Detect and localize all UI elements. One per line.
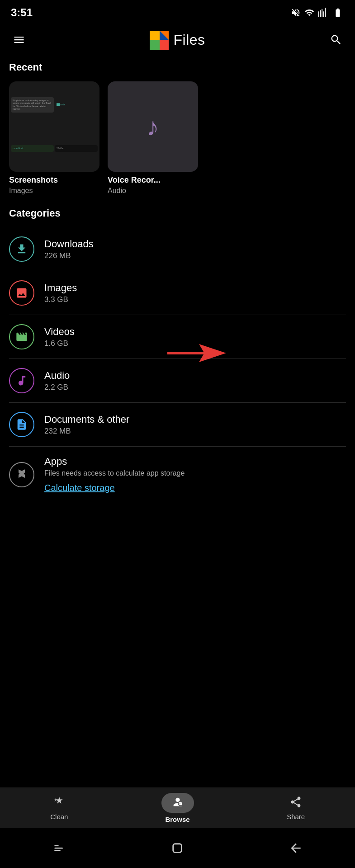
nav-item-share[interactable]: Share <box>237 796 355 821</box>
home-button[interactable] <box>166 836 189 860</box>
svg-marker-7 <box>167 344 226 362</box>
screenshot-mini-4: 27-Mar <box>55 145 98 152</box>
video-icon <box>15 330 28 343</box>
document-icon <box>15 418 28 431</box>
svg-rect-9 <box>54 845 58 846</box>
apps-icon <box>15 468 28 481</box>
status-time: 3:51 <box>11 6 33 19</box>
audio-name: Audio <box>44 370 346 382</box>
back-button[interactable] <box>284 836 308 860</box>
browse-icon <box>171 796 184 808</box>
recent-item-voice[interactable]: ♪ Voice Recor... Audio <box>108 81 198 195</box>
status-icons <box>291 8 344 18</box>
screenshots-sublabel: Images <box>9 187 99 195</box>
recent-section: Recent No pictures or videos Any images … <box>0 61 355 195</box>
system-nav-bar <box>0 828 355 868</box>
downloads-icon-wrap <box>9 236 34 262</box>
audio-info: Audio 2.2 GB <box>44 370 346 392</box>
screenshot-mini-3: code block <box>11 145 54 152</box>
svg-rect-10 <box>54 848 63 849</box>
app-logo <box>150 31 168 49</box>
screenshot-mini-2: ██ code <box>55 101 98 108</box>
arrow-indicator <box>167 342 226 364</box>
svg-marker-3 <box>150 31 160 40</box>
screenshots-thumbnail: No pictures or videos Any images or vide… <box>9 81 99 172</box>
categories-list: Downloads 226 MB Images 3.3 GB <box>9 227 346 502</box>
download-icon <box>15 243 28 255</box>
downloads-size: 226 MB <box>44 251 346 260</box>
clean-label: Clean <box>50 813 68 821</box>
documents-name: Documents & other <box>44 414 346 425</box>
category-item-images[interactable]: Images 3.3 GB <box>9 271 346 315</box>
audio-icon-wrap <box>9 368 34 393</box>
status-bar: 3:51 <box>0 0 355 24</box>
battery-icon <box>331 8 344 18</box>
images-name: Images <box>44 282 346 294</box>
bottom-nav: Clean Browse Share <box>0 788 355 828</box>
audio-icon <box>15 374 28 387</box>
recent-item-screenshots[interactable]: No pictures or videos Any images or vide… <box>9 81 99 195</box>
voice-sublabel: Audio <box>108 187 198 195</box>
downloads-name: Downloads <box>44 238 346 250</box>
categories-section-title: Categories <box>9 208 346 219</box>
svg-rect-12 <box>173 844 182 853</box>
apps-note: Files needs access to calculate app stor… <box>44 468 346 478</box>
share-label: Share <box>287 813 305 821</box>
sparkle-icon <box>53 796 66 810</box>
svg-marker-5 <box>150 40 160 50</box>
downloads-info: Downloads 226 MB <box>44 238 346 260</box>
music-note-icon: ♪ <box>147 112 159 142</box>
mute-icon <box>291 8 301 18</box>
app-title-group: Files <box>150 31 205 49</box>
browse-label: Browse <box>165 816 189 823</box>
search-button[interactable] <box>326 30 346 50</box>
categories-section: Categories Downloads 226 MB <box>0 208 355 502</box>
screenshots-label: Screenshots <box>9 175 99 185</box>
nav-item-browse[interactable]: Browse <box>118 793 237 823</box>
apps-info: Apps Files needs access to calculate app… <box>44 456 346 493</box>
images-size: 3.3 GB <box>44 295 346 304</box>
voice-thumbnail: ♪ <box>108 81 198 172</box>
category-item-downloads[interactable]: Downloads 226 MB <box>9 227 346 271</box>
menu-button[interactable] <box>9 30 29 50</box>
nav-item-clean[interactable]: Clean <box>0 796 118 821</box>
category-item-documents[interactable]: Documents & other 232 MB <box>9 403 346 447</box>
browse-icon-wrap <box>161 793 194 813</box>
recent-apps-button[interactable] <box>47 836 71 860</box>
screenshot-mini-1: No pictures or videos Any images or vide… <box>11 97 54 113</box>
category-item-audio[interactable]: Audio 2.2 GB <box>9 359 346 403</box>
documents-size: 232 MB <box>44 427 346 436</box>
app-bar: Files <box>0 24 355 56</box>
share-icon <box>289 796 302 810</box>
category-item-apps[interactable]: Apps Files needs access to calculate app… <box>9 447 346 502</box>
voice-label: Voice Recor... <box>108 175 198 185</box>
svg-marker-6 <box>160 40 169 50</box>
videos-name: Videos <box>44 326 346 338</box>
images-icon-wrap <box>9 280 34 306</box>
images-info: Images 3.3 GB <box>44 282 346 304</box>
calculate-storage-link[interactable]: Calculate storage <box>44 483 346 493</box>
documents-icon-wrap <box>9 412 34 437</box>
svg-rect-11 <box>54 850 60 851</box>
image-icon <box>15 287 28 299</box>
videos-icon-wrap <box>9 324 34 349</box>
audio-size: 2.2 GB <box>44 383 346 392</box>
wifi-icon <box>304 8 314 18</box>
red-arrow-icon <box>167 342 226 364</box>
signal-icon <box>318 8 328 18</box>
apps-name: Apps <box>44 456 346 467</box>
app-title-text: Files <box>173 32 205 48</box>
documents-info: Documents & other 232 MB <box>44 414 346 436</box>
recent-section-title: Recent <box>9 61 346 73</box>
recent-grid: No pictures or videos Any images or vide… <box>9 81 346 195</box>
apps-icon-wrap <box>9 462 34 487</box>
